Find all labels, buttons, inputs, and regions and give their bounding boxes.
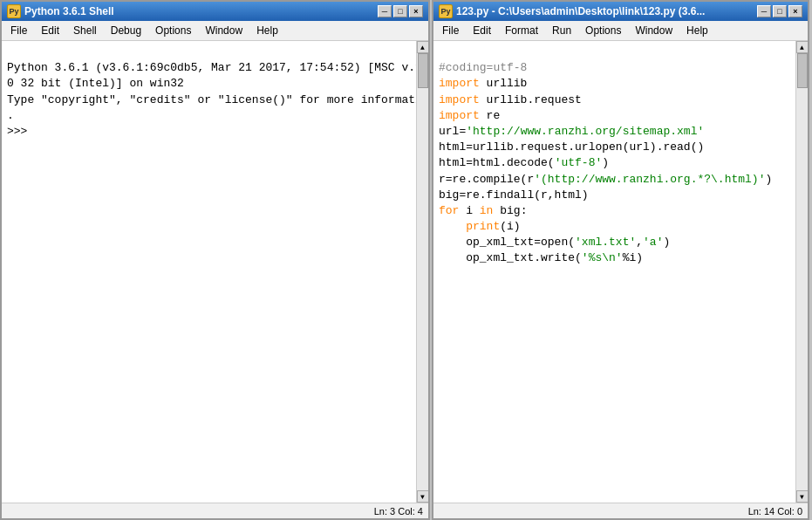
shell-menu-bar: File Edit Shell Debug Options Window Hel…: [2, 21, 428, 41]
shell-line-1: Python 3.6.1 (v3.6.1:69c0db5, Mar 21 201…: [7, 61, 416, 74]
shell-status-text: Ln: 3 Col: 4: [374, 506, 423, 517]
editor-close-button[interactable]: ×: [788, 5, 802, 17]
code-line-1: #coding=utf-8: [439, 61, 527, 74]
shell-menu-help[interactable]: Help: [249, 23, 285, 38]
shell-title-left: Py Python 3.6.1 Shell: [7, 4, 114, 18]
editor-menu-window[interactable]: Window: [628, 23, 679, 38]
editor-content-area: #coding=utf-8 import urllib import urlli…: [433, 41, 808, 503]
shell-menu-edit[interactable]: Edit: [34, 23, 66, 38]
editor-menu-bar: File Edit Format Run Options Window Help: [433, 21, 808, 41]
editor-title-text: 123.py - C:\Users\admin\Desktop\link\123…: [456, 5, 705, 17]
editor-maximize-button[interactable]: □: [773, 5, 787, 17]
editor-menu-format[interactable]: Format: [498, 23, 545, 38]
editor-title-bar: Py 123.py - C:\Users\admin\Desktop\link\…: [433, 2, 808, 21]
shell-scroll-up[interactable]: ▲: [417, 41, 429, 53]
editor-scroll-thumb[interactable]: [797, 53, 808, 88]
editor-window-icon: Py: [439, 4, 453, 18]
editor-scroll-up[interactable]: ▲: [796, 41, 809, 53]
shell-scroll-thumb[interactable]: [418, 53, 428, 88]
code-line-4: import re: [439, 109, 500, 122]
shell-title-bar: Py Python 3.6.1 Shell ─ □ ×: [2, 2, 428, 21]
code-line-11: print(i): [439, 220, 521, 233]
code-line-8: r=re.compile(r'(http://www.ranzhi.org.*?…: [439, 173, 772, 186]
editor-scrollbar[interactable]: ▲ ▼: [795, 41, 808, 503]
code-line-2: import urllib: [439, 77, 527, 90]
editor-menu-edit[interactable]: Edit: [466, 23, 498, 38]
code-line-7: html=html.decode('utf-8'): [439, 156, 609, 169]
editor-status-text: Ln: 14 Col: 0: [748, 506, 802, 517]
editor-menu-help[interactable]: Help: [679, 23, 715, 38]
shell-minimize-button[interactable]: ─: [378, 5, 392, 17]
shell-scrollbar[interactable]: ▲ ▼: [416, 41, 428, 503]
shell-close-button[interactable]: ×: [409, 5, 423, 17]
editor-window: Py 123.py - C:\Users\admin\Desktop\link\…: [432, 0, 809, 520]
editor-menu-run[interactable]: Run: [545, 23, 578, 38]
editor-title-left: Py 123.py - C:\Users\admin\Desktop\link\…: [439, 4, 705, 18]
shell-content[interactable]: Python 3.6.1 (v3.6.1:69c0db5, Mar 21 201…: [2, 41, 416, 503]
shell-title-text: Python 3.6.1 Shell: [24, 5, 114, 17]
editor-menu-file[interactable]: File: [435, 23, 466, 38]
shell-window: Py Python 3.6.1 Shell ─ □ × File Edit Sh…: [0, 0, 430, 520]
code-line-6: html=urllib.request.urlopen(url).read(): [439, 140, 704, 154]
shell-menu-window[interactable]: Window: [198, 23, 249, 38]
shell-window-icon: Py: [7, 4, 21, 18]
editor-status-bar: Ln: 14 Col: 0: [433, 503, 808, 518]
code-line-13: op_xml_txt.write('%s\n'%i): [439, 251, 643, 264]
shell-line-3: Type "copyright", "credits" or "license(…: [7, 93, 416, 106]
shell-maximize-button[interactable]: □: [393, 5, 407, 17]
code-line-12: op_xml_txt=open('xml.txt','a'): [439, 236, 670, 249]
shell-scroll-down[interactable]: ▼: [417, 490, 429, 503]
shell-title-buttons: ─ □ ×: [378, 5, 423, 17]
shell-menu-shell[interactable]: Shell: [66, 23, 104, 38]
code-line-10: for i in big:: [439, 204, 527, 217]
shell-scroll-track[interactable]: [417, 53, 428, 490]
editor-scroll-down[interactable]: ▼: [796, 490, 809, 503]
shell-line-4: .: [7, 109, 14, 122]
editor-menu-options[interactable]: Options: [578, 23, 628, 38]
editor-minimize-button[interactable]: ─: [757, 5, 771, 17]
editor-scroll-track[interactable]: [796, 53, 808, 490]
editor-code[interactable]: #coding=utf-8 import urllib import urlli…: [433, 41, 795, 503]
code-line-5: url='http://www.ranzhi.org/sitemap.xml': [439, 125, 704, 138]
shell-menu-options[interactable]: Options: [148, 23, 198, 38]
editor-title-buttons: ─ □ ×: [757, 5, 802, 17]
shell-prompt: >>>: [7, 125, 27, 138]
shell-line-2: 0 32 bit (Intel)] on win32: [7, 77, 184, 90]
shell-editor-area: Python 3.6.1 (v3.6.1:69c0db5, Mar 21 201…: [2, 41, 428, 503]
code-line-9: big=re.findall(r,html): [439, 188, 589, 202]
code-line-3: import urllib.request: [439, 93, 582, 106]
shell-menu-file[interactable]: File: [3, 23, 34, 38]
shell-menu-debug[interactable]: Debug: [104, 23, 148, 38]
shell-status-bar: Ln: 3 Col: 4: [2, 503, 428, 518]
